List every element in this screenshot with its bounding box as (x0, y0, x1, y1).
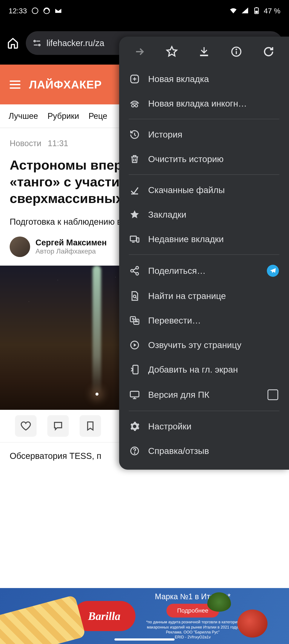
find-in-page-icon (129, 290, 140, 302)
menu-separator (129, 174, 279, 175)
comment-button[interactable] (47, 415, 69, 437)
svg-point-19 (136, 272, 138, 275)
menu-hamburger[interactable] (10, 80, 20, 89)
svg-point-7 (38, 44, 40, 46)
svg-rect-3 (255, 11, 258, 13)
browser-menu: Новая вкладка Новая вкладка инкогн… Исто… (119, 36, 289, 470)
url-text: lifehacker.ru/za (46, 38, 104, 48)
author-avatar (10, 236, 30, 257)
ad-fine-3: Реклама. ООО "Барилла Рус" (146, 630, 239, 635)
bookmark-button[interactable] (80, 415, 101, 437)
svg-rect-24 (133, 365, 138, 374)
svg-point-14 (135, 104, 138, 107)
gmail-icon (54, 6, 63, 15)
home-button[interactable] (6, 36, 19, 50)
ad-banner[interactable]: Barilla Марка №1 в Италии* Подробнее *по… (0, 588, 289, 644)
nav-home-indicator[interactable] (114, 638, 175, 640)
svg-point-13 (132, 104, 134, 107)
menu-item-help[interactable]: Справка/отзыв (127, 439, 282, 463)
play-circle-icon (129, 339, 140, 351)
ad-tomato-graphic (237, 610, 268, 638)
ad-fine-1: *по данным аудита розничной торговли в к… (146, 620, 239, 625)
menu-separator (129, 411, 279, 411)
incognito-icon (129, 98, 140, 109)
menu-item-add-home[interactable]: Добавить на гл. экран (127, 357, 282, 382)
desktop-site-checkbox[interactable] (268, 389, 278, 400)
svg-point-27 (134, 453, 135, 453)
history-icon (129, 129, 140, 140)
post-time: 11:31 (48, 139, 68, 148)
menu-item-translate[interactable]: Перевести… (127, 308, 282, 333)
nav-item-recipes[interactable]: Реце (89, 112, 107, 121)
nav-item-best[interactable]: Лучшее (8, 112, 38, 121)
plus-square-icon (129, 73, 140, 85)
menu-item-incognito[interactable]: Новая вкладка инкогн… (127, 91, 282, 116)
carrier-icon-1 (31, 6, 39, 15)
svg-point-17 (136, 266, 138, 269)
trash-icon (129, 153, 140, 165)
reload-button[interactable] (261, 44, 276, 59)
translate-icon (129, 315, 140, 326)
menu-item-settings[interactable]: Настройки (127, 414, 282, 439)
page-info-button[interactable] (229, 44, 244, 59)
like-button[interactable] (15, 415, 36, 437)
devices-icon (129, 233, 140, 245)
menu-item-new-tab[interactable]: Новая вкладка (127, 67, 282, 91)
svg-point-5 (34, 40, 35, 42)
menu-item-recent-tabs[interactable]: Недавние вкладки (127, 227, 282, 252)
star-filled-icon (129, 209, 140, 220)
menu-item-read-aloud[interactable]: Озвучить эту страницу (127, 333, 282, 357)
menu-item-find[interactable]: Найти на странице (127, 284, 282, 308)
signal-icon (241, 6, 249, 15)
bookmark-star-button[interactable] (164, 44, 179, 59)
share-icon (129, 265, 140, 276)
carrier-icon-2 (42, 6, 51, 15)
status-battery-pct: 47 % (264, 7, 281, 15)
telegram-icon[interactable] (267, 265, 279, 277)
svg-rect-25 (130, 391, 139, 397)
battery-icon (252, 6, 261, 15)
author-role: Автор Лайфхакера (35, 247, 107, 255)
download-page-button[interactable] (197, 44, 212, 59)
gear-icon (129, 420, 140, 432)
menu-item-downloads[interactable]: Скачанные файлы (127, 178, 282, 202)
menu-item-share[interactable]: Поделиться… (127, 258, 282, 284)
ad-pasta-graphic (0, 595, 86, 644)
site-settings-icon (32, 38, 42, 48)
svg-rect-4 (256, 7, 257, 8)
ad-fine-2: макаронных изделий на рынке Италии в 202… (146, 625, 239, 630)
forward-button[interactable] (132, 44, 147, 59)
downloads-done-icon (129, 184, 140, 196)
monitor-icon (129, 389, 140, 400)
menu-item-history[interactable]: История (127, 122, 282, 147)
author-name: Сергей Максимен (35, 238, 107, 247)
site-logo[interactable]: ЛАЙФХАКЕР (29, 78, 102, 91)
svg-point-11 (236, 49, 237, 50)
svg-rect-15 (130, 236, 136, 241)
status-bar: 12:33 47 % (0, 0, 289, 22)
svg-point-0 (32, 8, 38, 14)
menu-item-clear-history[interactable]: Очистить историю (127, 147, 282, 171)
svg-rect-16 (137, 238, 139, 242)
menu-separator (129, 119, 279, 119)
add-to-home-icon (129, 364, 140, 376)
nav-item-rubrics[interactable]: Рубрики (47, 112, 79, 121)
wifi-icon (229, 6, 238, 15)
menu-item-bookmarks[interactable]: Закладки (127, 202, 282, 227)
help-icon (129, 445, 140, 457)
menu-item-desktop-site[interactable]: Версия для ПК (127, 382, 282, 408)
menu-separator (129, 254, 279, 255)
post-category[interactable]: Новости (10, 139, 41, 148)
status-time: 12:33 (8, 7, 27, 15)
svg-point-18 (131, 270, 133, 272)
